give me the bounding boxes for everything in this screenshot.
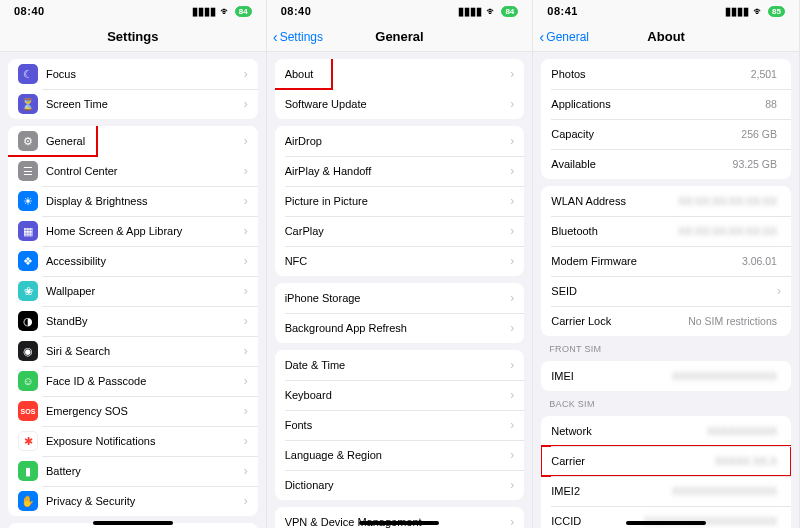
row-available[interactable]: Available 93.25 GB <box>541 149 791 179</box>
home-indicator[interactable] <box>626 521 706 525</box>
row-value: 3.06.01 <box>742 255 777 267</box>
chevron-right-icon: › <box>244 98 248 110</box>
chevron-right-icon: › <box>510 479 514 491</box>
row-label: Keyboard <box>285 389 511 401</box>
row-value: XX:XX:XX:XX:XX:XX <box>678 225 777 237</box>
chevron-right-icon: › <box>244 495 248 507</box>
row-network[interactable]: Network XXXXXXXXXX <box>541 416 791 446</box>
battery-icon: 84 <box>501 6 518 17</box>
privacy-icon: ✋ <box>18 491 38 511</box>
wallpaper-icon: ❀ <box>18 281 38 301</box>
general-group-3: iPhone Storage › Background App Refresh … <box>275 283 525 343</box>
row-label: AirDrop <box>285 135 511 147</box>
row-screen-time[interactable]: ⏳ Screen Time › <box>8 89 258 119</box>
row-faceid-passcode[interactable]: ☺ Face ID & Passcode › <box>8 366 258 396</box>
row-bluetooth[interactable]: Bluetooth XX:XX:XX:XX:XX:XX <box>541 216 791 246</box>
chevron-right-icon: › <box>244 68 248 80</box>
row-label: Available <box>551 158 732 170</box>
row-modem-firmware[interactable]: Modem Firmware 3.06.01 <box>541 246 791 276</box>
row-software-update[interactable]: Software Update › <box>275 89 525 119</box>
row-label: Network <box>551 425 707 437</box>
chevron-right-icon: › <box>244 285 248 297</box>
row-applications[interactable]: Applications 88 <box>541 89 791 119</box>
row-date-time[interactable]: Date & Time › <box>275 350 525 380</box>
row-display-brightness[interactable]: ☀ Display & Brightness › <box>8 186 258 216</box>
row-keyboard[interactable]: Keyboard › <box>275 380 525 410</box>
row-capacity[interactable]: Capacity 256 GB <box>541 119 791 149</box>
status-time: 08:41 <box>547 5 578 17</box>
chevron-right-icon: › <box>244 165 248 177</box>
row-label: Battery <box>46 465 244 477</box>
home-indicator[interactable] <box>93 521 173 525</box>
row-imei-front[interactable]: IMEI XXXXXXXXXXXXXXX <box>541 361 791 391</box>
row-airplay-handoff[interactable]: AirPlay & Handoff › <box>275 156 525 186</box>
row-label: IMEI <box>551 370 672 382</box>
row-carrier-lock[interactable]: Carrier Lock No SIM restrictions <box>541 306 791 336</box>
chevron-right-icon: › <box>510 255 514 267</box>
row-exposure-notifications[interactable]: ✱ Exposure Notifications › <box>8 426 258 456</box>
row-wlan-address[interactable]: WLAN Address XX:XX:XX:XX:XX:XX <box>541 186 791 216</box>
row-control-center[interactable]: ☰ Control Center › <box>8 156 258 186</box>
wifi-icon: ᯤ <box>220 5 231 17</box>
row-background-app-refresh[interactable]: Background App Refresh › <box>275 313 525 343</box>
row-photos[interactable]: Photos 2,501 <box>541 59 791 89</box>
row-label: Carrier Lock <box>551 315 688 327</box>
row-iphone-storage[interactable]: iPhone Storage › <box>275 283 525 313</box>
row-home-app-library[interactable]: ▦ Home Screen & App Library › <box>8 216 258 246</box>
exposure-icon: ✱ <box>18 431 38 451</box>
row-focus[interactable]: ☾ Focus › <box>8 59 258 89</box>
row-label: About <box>285 68 511 80</box>
status-bar: 08:41 ▮▮▮▮ ᯤ 85 <box>533 0 799 22</box>
row-airdrop[interactable]: AirDrop › <box>275 126 525 156</box>
row-wallpaper[interactable]: ❀ Wallpaper › <box>8 276 258 306</box>
row-siri-search[interactable]: ◉ Siri & Search › <box>8 336 258 366</box>
row-general[interactable]: ⚙ General › <box>8 126 258 156</box>
row-label: Photos <box>551 68 750 80</box>
row-picture-in-picture[interactable]: Picture in Picture › <box>275 186 525 216</box>
row-accessibility[interactable]: ❖ Accessibility › <box>8 246 258 276</box>
row-standby[interactable]: ◑ StandBy › <box>8 306 258 336</box>
row-dictionary[interactable]: Dictionary › <box>275 470 525 500</box>
row-label: Screen Time <box>46 98 244 110</box>
siri-icon: ◉ <box>18 341 38 361</box>
row-label: Software Update <box>285 98 511 110</box>
general-group-1: About › Software Update › <box>275 59 525 119</box>
row-value: XXXXX XX.X <box>715 455 777 467</box>
general-scroll[interactable]: About › Software Update › AirDrop › AirP… <box>267 52 533 528</box>
settings-group-1: ☾ Focus › ⏳ Screen Time › <box>8 59 258 119</box>
row-carplay[interactable]: CarPlay › <box>275 216 525 246</box>
about-group-1: Photos 2,501 Applications 88 Capacity 25… <box>541 59 791 179</box>
row-seid[interactable]: SEID › <box>541 276 791 306</box>
chevron-right-icon: › <box>510 322 514 334</box>
row-value: 256 GB <box>741 128 777 140</box>
about-scroll[interactable]: Photos 2,501 Applications 88 Capacity 25… <box>533 52 799 528</box>
row-fonts[interactable]: Fonts › <box>275 410 525 440</box>
home-indicator[interactable] <box>359 521 439 525</box>
row-privacy-security[interactable]: ✋ Privacy & Security › <box>8 486 258 516</box>
chevron-right-icon: › <box>244 375 248 387</box>
row-carrier[interactable]: Carrier XXXXX XX.X <box>541 446 791 476</box>
row-about[interactable]: About › <box>275 59 525 89</box>
row-label: Accessibility <box>46 255 244 267</box>
chevron-right-icon: › <box>244 195 248 207</box>
about-group-2: WLAN Address XX:XX:XX:XX:XX:XX Bluetooth… <box>541 186 791 336</box>
nav-title: General <box>375 29 423 44</box>
nav-title: Settings <box>107 29 158 44</box>
back-button[interactable]: ‹ Settings <box>273 29 323 44</box>
nav-title: About <box>647 29 685 44</box>
screen-time-icon: ⏳ <box>18 94 38 114</box>
row-value: 88 <box>765 98 777 110</box>
row-emergency-sos[interactable]: SOS Emergency SOS › <box>8 396 258 426</box>
settings-scroll[interactable]: ☾ Focus › ⏳ Screen Time › ⚙ General › ☰ … <box>0 52 266 528</box>
row-imei2[interactable]: IMEI2 XXXXXXXXXXXXXXX <box>541 476 791 506</box>
general-icon: ⚙ <box>18 131 38 151</box>
chevron-right-icon: › <box>777 285 781 297</box>
row-battery[interactable]: ▮ Battery › <box>8 456 258 486</box>
row-label: Bluetooth <box>551 225 678 237</box>
nav-bar: ‹ General About <box>533 22 799 52</box>
row-nfc[interactable]: NFC › <box>275 246 525 276</box>
back-button[interactable]: ‹ General <box>539 29 589 44</box>
row-label: General <box>46 135 244 147</box>
row-language-region[interactable]: Language & Region › <box>275 440 525 470</box>
row-value: XX:XX:XX:XX:XX:XX <box>678 195 777 207</box>
